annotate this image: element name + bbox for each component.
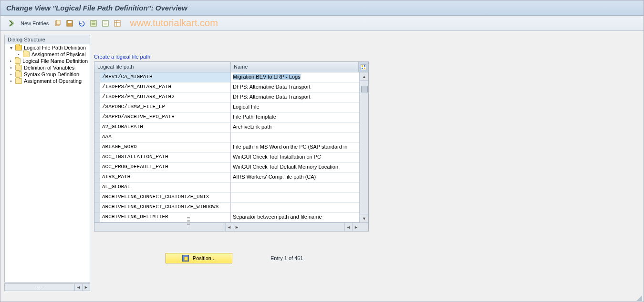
row-selector[interactable]: [94, 112, 100, 122]
cell-logical-path[interactable]: AAA: [100, 132, 231, 142]
cell-name[interactable]: WinGUI Check Tool Default Memory Locatio…: [231, 162, 360, 172]
cell-logical-path[interactable]: AIRS_PATH: [100, 172, 231, 182]
sidebar-resize-handle[interactable]: ⋯⋯: [5, 285, 74, 290]
cell-name[interactable]: [231, 192, 360, 202]
table-settings-icon[interactable]: [113, 19, 122, 28]
cell-logical-path[interactable]: ACC_INSTALLATION_PATH: [100, 152, 231, 162]
cell-name[interactable]: AIRS Workers' Comp. file path (CA): [231, 172, 360, 182]
row-selector[interactable]: [94, 142, 100, 152]
sidebar-scroll-left-icon[interactable]: ◄: [74, 284, 82, 291]
window-resize-grip-icon[interactable]: [635, 294, 642, 301]
new-entries-button[interactable]: New Entries: [19, 20, 50, 26]
table-row[interactable]: ARCHIVELINK_CONNECT_CUSTOMIZE_UNIX: [94, 192, 368, 202]
position-icon: [182, 255, 189, 262]
cell-logical-path[interactable]: A2_GLOBALPATH: [100, 122, 231, 132]
position-button-label: Position...: [193, 255, 216, 261]
table-configure-icon[interactable]: [359, 62, 368, 72]
table-row[interactable]: /SAPDMC/LSMW_FILE_LPLogical File: [94, 102, 368, 112]
tree-item-label: Logical File Name Definition: [22, 58, 88, 64]
table-row[interactable]: A2_GLOBALPATHArchiveLink path: [94, 122, 368, 132]
cell-name[interactable]: File Path Template: [231, 112, 360, 122]
row-selector[interactable]: [94, 152, 100, 162]
row-selector[interactable]: [94, 82, 100, 92]
cell-logical-path[interactable]: /BEV1/CA_MIGPATH: [100, 72, 231, 82]
table-row[interactable]: /BEV1/CA_MIGPATHMigration BEV to ERP - L…: [94, 72, 368, 82]
scroll-up-icon[interactable]: ▲: [360, 72, 368, 81]
cell-name[interactable]: File path in MS Word on the PC (SAP stan…: [231, 142, 360, 152]
cell-logical-path[interactable]: ABLAGE_WORD: [100, 142, 231, 152]
table-row[interactable]: ARCHIVELINK_CONNECT_CUSTOMIZE_WINDOWS: [94, 202, 368, 212]
undo-icon[interactable]: [77, 19, 86, 28]
cell-logical-path[interactable]: /SAPPO/ARCHIVE_PPO_PATH: [100, 112, 231, 122]
deselect-all-icon[interactable]: [101, 19, 110, 28]
column-header-logical-path[interactable]: Logical file path: [94, 62, 231, 72]
cell-name[interactable]: [231, 202, 360, 212]
column-header-name[interactable]: Name: [231, 62, 359, 72]
cell-logical-path[interactable]: ARCHIVELINK_DELIMITER: [100, 212, 231, 222]
table-row[interactable]: AIRS_PATHAIRS Workers' Comp. file path (…: [94, 172, 368, 182]
table-row[interactable]: AAA: [94, 132, 368, 142]
row-selector[interactable]: [94, 102, 100, 112]
tree-item[interactable]: •Syntax Group Definition: [5, 71, 90, 78]
hscroll-right2-icon[interactable]: ►: [352, 223, 360, 231]
cell-logical-path[interactable]: /ISDFPS/PM_AUTARK_PATH: [100, 82, 231, 92]
table-row[interactable]: AL_GLOBAL: [94, 182, 368, 192]
row-selector[interactable]: [94, 172, 100, 182]
tree-item[interactable]: ▾Logical File Path Definition: [5, 44, 90, 51]
cell-name[interactable]: Migration BEV to ERP - Logs: [231, 72, 360, 82]
cell-logical-path[interactable]: ARCHIVELINK_CONNECT_CUSTOMIZE_UNIX: [100, 192, 231, 202]
cell-name[interactable]: DFPS: Alternative Data Transport: [231, 82, 360, 92]
table-row[interactable]: ACC_INSTALLATION_PATHWinGUI Check Tool I…: [94, 152, 368, 162]
table-row[interactable]: ABLAGE_WORDFile path in MS Word on the P…: [94, 142, 368, 152]
row-selector[interactable]: [94, 212, 100, 222]
save-icon[interactable]: [65, 19, 74, 28]
position-button[interactable]: Position...: [166, 253, 232, 263]
scroll-thumb[interactable]: [361, 86, 368, 92]
cell-logical-path[interactable]: AL_GLOBAL: [100, 182, 231, 192]
table-row[interactable]: ACC_PROG_DEFAULT_PATHWinGUI Check Tool D…: [94, 162, 368, 172]
tree-item[interactable]: •Assignment of Physical: [5, 51, 90, 58]
table-row[interactable]: /ISDFPS/PM_AUTARK_PATHDFPS: Alternative …: [94, 82, 368, 92]
dialog-structure-tree[interactable]: ▾Logical File Path Definition•Assignment…: [4, 44, 90, 282]
copy-icon[interactable]: [53, 19, 62, 28]
row-selector[interactable]: [94, 162, 100, 172]
hscroll-right-icon[interactable]: ►: [233, 223, 240, 231]
row-selector[interactable]: [94, 92, 100, 102]
row-selector[interactable]: [94, 182, 100, 192]
folder-closed-icon: [15, 65, 22, 70]
cell-name[interactable]: Logical File: [231, 102, 360, 112]
cell-logical-path[interactable]: ARCHIVELINK_CONNECT_CUSTOMIZE_WINDOWS: [100, 202, 231, 212]
row-selector[interactable]: [94, 202, 100, 212]
row-selector[interactable]: [94, 132, 100, 142]
sidebar-scroll-right-icon[interactable]: ►: [82, 284, 90, 291]
cell-name[interactable]: ArchiveLink path: [231, 122, 360, 132]
cell-logical-path[interactable]: ACC_PROG_DEFAULT_PATH: [100, 162, 231, 172]
scroll-down-icon[interactable]: ▼: [360, 214, 368, 222]
row-selector[interactable]: [94, 72, 100, 82]
row-selector[interactable]: [94, 122, 100, 132]
hscroll-left-icon[interactable]: ◄: [225, 223, 233, 231]
table-row[interactable]: /ISDFPS/PM_AUTARK_PATH2DFPS: Alternative…: [94, 92, 368, 102]
tree-item[interactable]: •Logical File Name Definition: [5, 58, 90, 64]
tree-item[interactable]: •Assignment of Operating: [5, 78, 90, 84]
create-logical-file-path-link[interactable]: Create a logical file path: [94, 54, 369, 60]
cell-logical-path[interactable]: /ISDFPS/PM_AUTARK_PATH2: [100, 92, 231, 102]
vertical-scrollbar[interactable]: ▲ ▼: [360, 72, 368, 222]
table-row[interactable]: /SAPPO/ARCHIVE_PPO_PATHFile Path Templat…: [94, 112, 368, 122]
cell-name[interactable]: Separator between path and file name: [231, 212, 360, 222]
cell-logical-path[interactable]: /SAPDMC/LSMW_FILE_LP: [100, 102, 231, 112]
select-all-icon[interactable]: [89, 19, 98, 28]
table-row[interactable]: ARCHIVELINK_DELIMITERSeparator between p…: [94, 212, 368, 222]
cell-name[interactable]: WinGUI Check Tool Installation on PC: [231, 152, 360, 162]
tree-item[interactable]: •Definition of Variables: [5, 64, 90, 71]
row-selector[interactable]: [94, 192, 100, 202]
hscroll-left2-icon[interactable]: ◄: [344, 223, 352, 231]
cell-name[interactable]: [231, 132, 360, 142]
splitter-handle[interactable]: [187, 216, 190, 227]
toggle-icon[interactable]: [7, 19, 16, 28]
cell-name[interactable]: [231, 182, 360, 192]
cell-name[interactable]: DFPS: Alternative Data Transport: [231, 92, 360, 102]
tree-expand-icon[interactable]: ▾: [9, 45, 13, 50]
toolbar: New Entries www.tutorialkart.com: [0, 16, 644, 31]
folder-closed-icon: [15, 58, 21, 64]
